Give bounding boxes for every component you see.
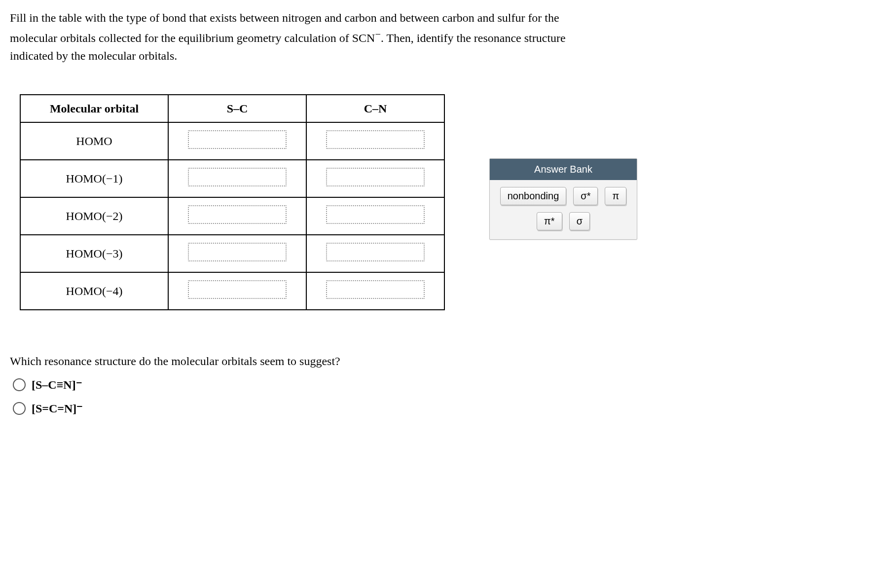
scn-superscript: − (375, 29, 381, 39)
bank-item-pi-star[interactable]: π* (537, 212, 562, 230)
prompt-line1: Fill in the table with the type of bond … (10, 11, 559, 24)
option-row-1[interactable]: [S–C≡N]⁻ (13, 378, 865, 392)
drop-slot-cn-homo[interactable] (326, 130, 425, 149)
bank-item-sigma-star[interactable]: σ* (573, 187, 598, 205)
option-row-2[interactable]: [S=C=N]⁻ (13, 402, 865, 415)
answer-bank-title: Answer Bank (490, 159, 637, 180)
question-prompt: Fill in the table with the type of bond … (10, 9, 865, 65)
drop-slot-sc-homo[interactable] (188, 130, 287, 149)
drop-slot-cn-homo-4[interactable] (326, 280, 425, 299)
radio-icon[interactable] (13, 378, 26, 391)
drop-slot-sc-homo-1[interactable] (188, 168, 287, 186)
bank-item-sigma[interactable]: σ (569, 212, 590, 230)
drop-slot-sc-homo-2[interactable] (188, 205, 287, 224)
drop-slot-sc-homo-3[interactable] (188, 243, 287, 261)
prompt-line2b: . Then, identify the resonance structure (381, 32, 566, 44)
prompt-line2a: molecular orbitals collected for the equ… (10, 32, 375, 44)
option-label-1: [S–C≡N]⁻ (32, 378, 82, 392)
mo-label: HOMO(−2) (20, 197, 168, 235)
drop-slot-sc-homo-4[interactable] (188, 280, 287, 299)
table-header-mo: Molecular orbital (20, 95, 168, 122)
radio-icon[interactable] (13, 402, 26, 415)
bank-item-nonbonding[interactable]: nonbonding (500, 187, 567, 205)
mo-label: HOMO(−4) (20, 272, 168, 310)
molecular-orbital-table: Molecular orbital S–C C–N HOMO HOMO(−1) … (20, 94, 445, 310)
drop-slot-cn-homo-2[interactable] (326, 205, 425, 224)
bank-item-pi[interactable]: π (605, 187, 626, 205)
resonance-question: Which resonance structure do the molecul… (10, 355, 865, 368)
option-label-2: [S=C=N]⁻ (32, 402, 83, 415)
answer-bank: Answer Bank nonbonding σ* π π* σ (489, 158, 637, 240)
prompt-line3: indicated by the molecular orbitals. (10, 49, 177, 62)
table-header-cn: C–N (306, 95, 444, 122)
answer-bank-body: nonbonding σ* π π* σ (490, 180, 637, 239)
table-row: HOMO (20, 122, 444, 160)
mo-label: HOMO (20, 122, 168, 160)
mo-label: HOMO(−3) (20, 235, 168, 272)
table-row: HOMO(−3) (20, 235, 444, 272)
table-row: HOMO(−1) (20, 160, 444, 197)
table-header-sc: S–C (168, 95, 306, 122)
drop-slot-cn-homo-3[interactable] (326, 243, 425, 261)
mo-label: HOMO(−1) (20, 160, 168, 197)
drop-slot-cn-homo-1[interactable] (326, 168, 425, 186)
table-row: HOMO(−4) (20, 272, 444, 310)
table-row: HOMO(−2) (20, 197, 444, 235)
